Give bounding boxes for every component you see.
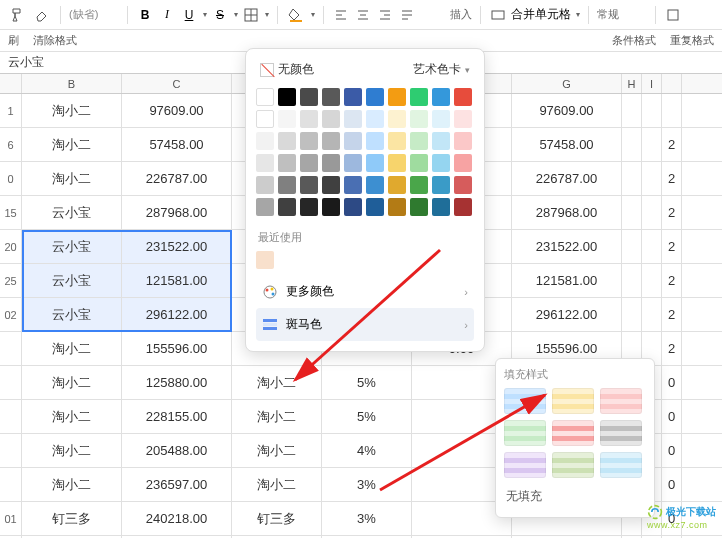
top-label-3[interactable]: 常规 [597,7,647,22]
cell[interactable] [622,298,642,331]
cell[interactable]: 0 [0,162,22,195]
color-swatch[interactable] [410,110,428,128]
cell[interactable]: 226787.00 [512,162,622,195]
border-button[interactable] [242,4,260,26]
merge-icon[interactable] [489,4,507,26]
color-swatch[interactable] [256,88,274,106]
cell[interactable]: 云小宝 [22,196,122,229]
cell[interactable]: 240218.00 [122,502,232,535]
wrap-text-icon[interactable] [398,4,416,26]
cell[interactable]: 296122.00 [122,298,232,331]
cell[interactable]: 淘小二 [22,162,122,195]
color-swatch[interactable] [344,198,362,216]
more-colors-item[interactable]: 更多颜色 › [256,275,474,308]
cell[interactable]: 2 [662,230,682,263]
color-swatch[interactable] [410,132,428,150]
cell[interactable] [642,94,662,127]
cell[interactable]: 2 [662,196,682,229]
cell[interactable]: 236597.00 [122,468,232,501]
cell[interactable]: 3% [322,502,412,535]
cell[interactable]: 2 [662,162,682,195]
color-swatch[interactable] [278,110,296,128]
color-swatch[interactable] [432,110,450,128]
cell[interactable]: 淘小二 [232,366,322,399]
fill-style-swatch[interactable] [504,452,546,478]
cell[interactable]: 97609.00 [122,94,232,127]
fill-style-swatch[interactable] [552,420,594,446]
fill-style-swatch[interactable] [600,452,642,478]
color-swatch[interactable] [388,88,406,106]
fill-color-button[interactable] [286,4,306,26]
color-swatch[interactable] [300,154,318,172]
color-swatch[interactable] [322,198,340,216]
color-swatch[interactable] [344,88,362,106]
color-swatch[interactable] [454,154,472,172]
color-swatch[interactable] [454,198,472,216]
col-c[interactable]: C [122,74,232,93]
cell[interactable] [622,94,642,127]
zebra-color-item[interactable]: 斑马色 › [256,308,474,341]
cell[interactable] [0,366,22,399]
cell[interactable] [0,332,22,365]
cell[interactable] [662,94,682,127]
recent-color-swatch[interactable] [256,251,274,269]
cell[interactable]: 5% [322,400,412,433]
cell[interactable]: 云小宝 [22,264,122,297]
no-color-tab[interactable]: 无颜色 [260,61,314,78]
color-swatch[interactable] [410,154,428,172]
color-swatch[interactable] [278,176,296,194]
cell[interactable]: 125880.00 [122,366,232,399]
color-swatch[interactable] [322,176,340,194]
fill-style-swatch[interactable] [504,420,546,446]
cell[interactable]: 4% [322,434,412,467]
color-swatch[interactable] [322,88,340,106]
cell[interactable]: 云小宝 [22,298,122,331]
cell[interactable] [642,196,662,229]
cell[interactable] [622,162,642,195]
cell[interactable] [642,264,662,297]
color-swatch[interactable] [432,88,450,106]
cell[interactable] [642,230,662,263]
color-swatch[interactable] [388,110,406,128]
cell[interactable]: 231522.00 [122,230,232,263]
cell[interactable]: 205488.00 [122,434,232,467]
underline-button[interactable]: U [180,4,198,26]
cell[interactable]: 0 [662,400,682,433]
color-swatch[interactable] [432,154,450,172]
cell[interactable]: 淘小二 [22,94,122,127]
color-swatch[interactable] [366,132,384,150]
cell[interactable]: 3% [322,468,412,501]
cell[interactable] [622,196,642,229]
cell[interactable]: 25 [0,264,22,297]
cell[interactable]: 5% [322,366,412,399]
color-swatch[interactable] [410,88,428,106]
color-swatch[interactable] [256,176,274,194]
cell[interactable]: 296122.00 [512,298,622,331]
color-swatch[interactable] [256,132,274,150]
cell[interactable]: 1 [0,94,22,127]
color-swatch[interactable] [278,154,296,172]
cell[interactable]: 淘小二 [22,332,122,365]
fill-style-swatch[interactable] [552,452,594,478]
color-swatch[interactable] [300,110,318,128]
cell[interactable]: 钉三多 [22,502,122,535]
color-swatch[interactable] [278,198,296,216]
color-swatch[interactable] [366,198,384,216]
rep-format-label[interactable]: 重复格式 [670,33,714,48]
cell[interactable]: 2 [662,298,682,331]
color-swatch[interactable] [388,154,406,172]
cell[interactable]: 121581.00 [512,264,622,297]
color-swatch[interactable] [344,176,362,194]
cell[interactable]: 228155.00 [122,400,232,433]
fill-style-swatch[interactable] [552,388,594,414]
cell[interactable]: 02 [0,298,22,331]
cell[interactable]: 57458.00 [122,128,232,161]
align-center-icon[interactable] [354,4,372,26]
cell[interactable]: 2 [662,332,682,365]
color-swatch[interactable] [366,88,384,106]
cond-format-label[interactable]: 条件格式 [612,33,656,48]
cell[interactable]: 57458.00 [512,128,622,161]
cell[interactable]: 淘小二 [232,468,322,501]
col-i[interactable]: I [642,74,662,93]
cell[interactable]: 淘小二 [22,400,122,433]
